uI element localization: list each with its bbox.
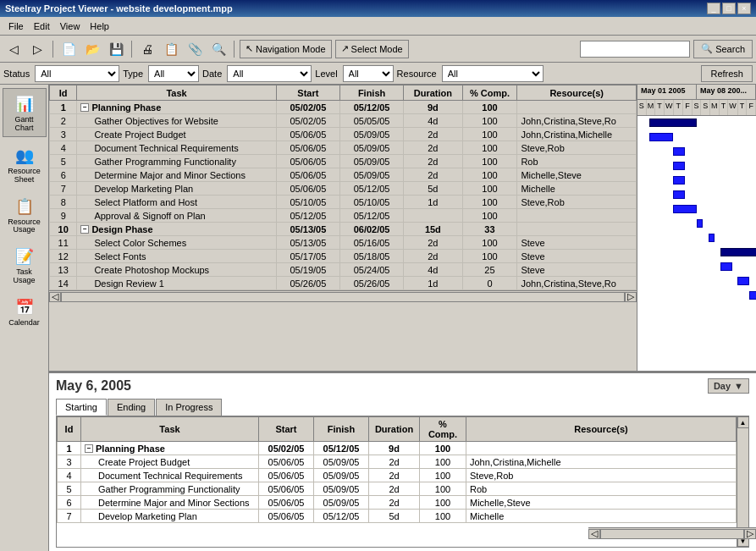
day-t2: T — [674, 100, 683, 115]
bottom-cell-id: 3 — [58, 455, 81, 469]
bottom-cell-task: Create Project Budget — [81, 455, 259, 469]
new-button[interactable]: 📄 — [58, 40, 79, 58]
status-select[interactable]: All — [35, 65, 119, 82]
cell-comp: 100 — [462, 182, 517, 196]
cell-finish: 05/12/05 — [339, 182, 403, 196]
chevron-down-icon: ▼ — [734, 381, 743, 391]
cell-resources: Steve — [517, 250, 637, 263]
minimize-button[interactable]: _ — [707, 3, 720, 14]
search-box: 🔍 Search — [580, 40, 753, 58]
table-row: 13Create Photoshop Mockups05/19/0505/24/… — [50, 263, 637, 277]
bottom-cell-finish: 05/09/05 — [314, 469, 369, 482]
cell-start: 05/06/05 — [276, 182, 339, 196]
scroll-track[interactable] — [61, 292, 625, 302]
close-button[interactable]: × — [737, 3, 751, 14]
gantt-bar — [673, 176, 685, 185]
resource-select[interactable]: All — [442, 65, 544, 82]
cell-resources — [517, 209, 637, 223]
sidebar-item-gantt[interactable]: 📊 GanttChart — [3, 88, 47, 137]
menu-help[interactable]: Help — [85, 19, 114, 33]
expand-btn[interactable]: − — [80, 103, 89, 112]
gantt-bars — [637, 116, 756, 333]
forward-button[interactable]: ▷ — [27, 40, 47, 58]
cell-comp: 100 — [462, 155, 517, 168]
main-area: 📊 GanttChart 👥 ResourceSheet 📋 ResourceU… — [0, 85, 756, 551]
cell-finish: 05/05/05 — [339, 114, 403, 128]
print-button[interactable]: 🖨 — [137, 40, 157, 58]
sidebar-item-resource-sheet[interactable]: 👥 ResourceSheet — [3, 141, 47, 188]
cell-duration: 2d — [404, 168, 462, 182]
sidebar: 📊 GanttChart 👥 ResourceSheet 📋 ResourceU… — [0, 85, 49, 551]
day-s2: S — [693, 100, 702, 115]
tab-ending[interactable]: Ending — [108, 399, 155, 416]
bottom-cell-duration: 2d — [369, 455, 420, 469]
cell-start: 05/19/05 — [276, 263, 339, 277]
back-button[interactable]: ◁ — [3, 40, 24, 58]
cell-duration — [404, 209, 462, 223]
menu-file[interactable]: File — [3, 19, 29, 33]
save-button[interactable]: 💾 — [106, 40, 126, 58]
cell-start: 05/06/05 — [276, 128, 339, 141]
cell-resources: Steve,Rob — [517, 196, 637, 209]
date-select[interactable]: All — [227, 65, 312, 82]
cell-comp: 100 — [462, 250, 517, 263]
cell-duration: 1d — [404, 277, 462, 290]
vscroll-up[interactable]: ▲ — [737, 416, 749, 428]
gantt-day-row: S M T W T F S S M T W T F — [637, 100, 756, 115]
day-s1: S — [637, 100, 647, 115]
bottom-cell-task: Determine Major and Minor Sections — [81, 496, 259, 510]
tab-starting[interactable]: Starting — [56, 399, 107, 416]
gantt-bar — [709, 234, 715, 242]
resource-usage-icon: 📋 — [13, 195, 36, 218]
day-select-dropdown[interactable]: Day ▼ — [708, 378, 749, 394]
search-button[interactable]: 🔍 Search — [693, 40, 753, 58]
bottom-cell-duration: 2d — [369, 482, 420, 496]
table-row: 14Design Review 105/26/0505/26/051d0John… — [50, 277, 637, 290]
open-button[interactable]: 📂 — [82, 40, 102, 58]
scroll-right-btn[interactable]: ▷ — [625, 292, 637, 302]
navigation-mode-button[interactable]: ↖ Navigation Mode — [240, 40, 332, 58]
maximize-button[interactable]: □ — [722, 3, 736, 14]
cell-comp: 100 — [462, 209, 517, 223]
gantt-bar — [697, 219, 703, 228]
tab-in-progress[interactable]: In Progress — [156, 399, 222, 416]
cell-resources: Michelle,Steve — [517, 168, 637, 182]
menu-bar: File Edit View Help — [0, 17, 756, 36]
table-row: 9Approval & Signoff on Plan05/12/0505/12… — [50, 209, 637, 223]
select-mode-button[interactable]: ↗ Select Mode — [335, 40, 409, 58]
tab-bar: Starting Ending In Progress — [56, 399, 749, 416]
type-select[interactable]: All — [148, 65, 199, 82]
cell-duration: 2d — [404, 128, 462, 141]
copy-button[interactable]: 📋 — [161, 40, 181, 58]
bottom-cell-comp: 100 — [420, 496, 466, 510]
sidebar-item-resource-usage[interactable]: 📋 ResourceUsage — [3, 191, 47, 239]
cell-finish: 06/02/05 — [339, 223, 403, 236]
sidebar-item-task-usage[interactable]: 📝 TaskUsage — [3, 241, 47, 289]
table-row: 10−Design Phase05/13/0506/02/0515d33 — [50, 223, 637, 236]
task-hscroll[interactable]: ◁ ▷ — [49, 290, 637, 302]
bottom-cell-resources — [466, 442, 737, 455]
cell-task: Create Project Budget — [77, 128, 276, 141]
refresh-button[interactable]: Refresh — [701, 65, 753, 82]
sidebar-item-calendar[interactable]: 📅 Calendar — [3, 292, 47, 331]
menu-edit[interactable]: Edit — [29, 19, 55, 33]
day-w2: W — [728, 100, 738, 115]
type-label: Type — [123, 69, 143, 79]
list-item: 3Create Project Budget05/06/0505/09/052d… — [58, 455, 737, 469]
search-input[interactable] — [580, 41, 690, 58]
cell-task: Gather Programming Functionality — [77, 155, 276, 168]
list-item: 7Develop Marketing Plan05/06/0505/12/055… — [58, 510, 737, 523]
bottom-cell-comp: 100 — [420, 469, 466, 482]
resource-sheet-label: ResourceSheet — [8, 168, 41, 185]
bottom-cell-resources: Rob — [466, 482, 737, 496]
scroll-left-btn[interactable]: ◁ — [49, 292, 61, 302]
zoom-button[interactable]: 🔍 — [208, 40, 229, 58]
cell-start: 05/02/05 — [276, 101, 339, 114]
level-select[interactable]: All — [343, 65, 394, 82]
cell-task: Gather Objectives for Website — [77, 114, 276, 128]
bottom-expand-btn[interactable]: − — [85, 444, 93, 453]
menu-view[interactable]: View — [55, 19, 86, 33]
paste-button[interactable]: 📎 — [185, 40, 205, 58]
expand-btn[interactable]: − — [80, 225, 89, 234]
table-row: 6Determine Major and Minor Sections05/06… — [50, 168, 637, 182]
